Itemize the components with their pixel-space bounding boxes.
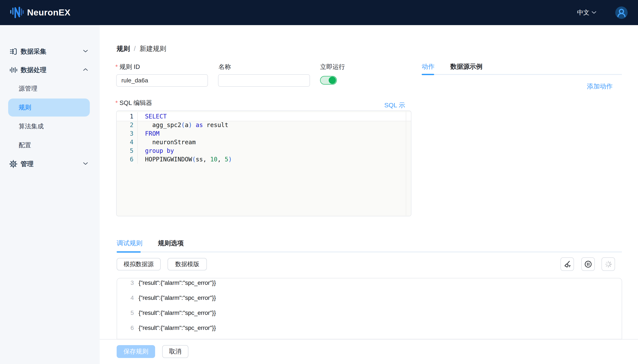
page: NeuronEX 中文 [0, 0, 638, 364]
tab-rule-options[interactable]: 规则选项 [158, 239, 184, 248]
breadcrumb-separator: / [134, 45, 136, 52]
sql-code-line: 6HOPPINGWINDOW(ss, 10, 5) [117, 155, 411, 164]
mock-datasource-button[interactable]: 模拟数据源 [117, 258, 161, 270]
line-number: 5 [117, 146, 138, 155]
sql-code-lines: 1SELECT2 agg_spc2(a) as result3FROM4 neu… [117, 112, 411, 164]
rule-id-input[interactable] [116, 74, 208, 87]
sidebar-item-data-collection[interactable]: 数据采集 [0, 42, 100, 61]
add-action-link[interactable]: 添加动作 [587, 82, 613, 91]
output-row: 5{"result":{"alarm":"spc_error"}} [117, 306, 622, 320]
brand-name: NeuronEX [27, 8, 71, 18]
clear-output-button[interactable] [560, 257, 574, 271]
sidebar-item-rules[interactable]: 规则 [0, 98, 100, 117]
rule-id-label: *规则 ID [115, 63, 140, 71]
run-now-toggle[interactable] [320, 76, 337, 84]
debug-output-rows: 3{"result":{"alarm":"spc_error"}}4{"resu… [117, 278, 622, 336]
line-number: 4 [117, 138, 138, 146]
language-label: 中文 [577, 8, 589, 17]
sidebar-item-label: 管理 [21, 160, 34, 168]
name-label: 名称 [218, 63, 231, 71]
top-navbar: NeuronEX 中文 [0, 0, 638, 25]
sql-code-line: 5group by [117, 146, 411, 155]
language-switcher[interactable]: 中文 [577, 8, 596, 17]
sql-code-line: 1SELECT [117, 112, 411, 121]
line-number: 3 [117, 130, 138, 138]
clear-broom-icon [563, 260, 571, 268]
toggle-knob [329, 76, 336, 84]
output-row: 4{"result":{"alarm":"spc_error"}} [117, 290, 622, 306]
data-template-button[interactable]: 数据模版 [168, 258, 207, 270]
sql-editor-label: *SQL 编辑器 [115, 99, 152, 107]
data-collection-icon [9, 48, 18, 56]
data-processing-icon [9, 66, 18, 74]
debug-tab-track [117, 252, 622, 252]
tab-actions[interactable]: 动作 [422, 62, 435, 71]
pause-icon [584, 260, 592, 268]
required-mark: * [115, 63, 118, 70]
sidebar-item-algorithm-integration[interactable]: 算法集成 [0, 117, 100, 136]
breadcrumb-rules[interactable]: 规则 [117, 44, 130, 53]
user-avatar[interactable] [615, 6, 628, 19]
breadcrumb-current: 新建规则 [140, 44, 166, 53]
tab-datasource-example[interactable]: 数据源示例 [450, 62, 482, 71]
cancel-button[interactable]: 取消 [162, 345, 188, 358]
loading-button[interactable] [601, 257, 615, 271]
brand: NeuronEX [8, 5, 71, 20]
debug-output-panel[interactable]: 3{"result":{"alarm":"spc_error"}}4{"resu… [117, 278, 622, 339]
line-number: 6 [117, 155, 138, 164]
save-rule-button[interactable]: 保存规则 [117, 345, 155, 358]
breadcrumb: 规则 / 新建规则 [117, 44, 166, 54]
sidebar-item-source-management[interactable]: 源管理 [0, 79, 100, 98]
required-mark: * [115, 99, 118, 106]
debug-tab-active-indicator [117, 251, 141, 252]
sidebar: 数据采集 数据处理 源管理 [0, 25, 100, 364]
chevron-down-icon [83, 162, 88, 166]
chevron-up-icon [83, 68, 88, 72]
run-now-label: 立即运行 [320, 63, 345, 71]
sql-code-line: 4 neuronStream [117, 138, 411, 146]
name-input[interactable] [218, 74, 310, 87]
neuronex-logo-icon [8, 5, 24, 20]
gear-icon [9, 160, 18, 168]
sidebar-item-label: 数据处理 [21, 66, 46, 74]
loading-spinner-icon [604, 260, 612, 268]
tab-debug-rule[interactable]: 调试规则 [117, 239, 142, 248]
sidebar-item-data-processing[interactable]: 数据处理 [0, 61, 100, 79]
sql-code-editor[interactable]: 1SELECT2 agg_spc2(a) as result3FROM4 neu… [116, 110, 411, 216]
sql-code-line: 2 agg_spc2(a) as result [117, 121, 411, 130]
actions-tab-active-indicator [422, 74, 434, 75]
output-row: 6{"result":{"alarm":"spc_error"}} [117, 320, 622, 336]
sidebar-item-label: 数据采集 [21, 47, 46, 56]
output-row: 3{"result":{"alarm":"spc_error"}} [117, 278, 622, 290]
sidebar-item-configuration[interactable]: 配置 [0, 136, 100, 155]
editor-scrollbar[interactable] [406, 112, 406, 216]
sql-code-line: 3FROM [117, 130, 411, 138]
chevron-down-icon [592, 11, 596, 14]
pause-debug-button[interactable] [581, 257, 595, 271]
chevron-down-icon [83, 50, 88, 54]
line-number: 1 [117, 112, 138, 121]
sidebar-item-management[interactable]: 管理 [0, 155, 100, 173]
line-number: 2 [117, 121, 138, 130]
actions-tab-track [422, 74, 622, 75]
